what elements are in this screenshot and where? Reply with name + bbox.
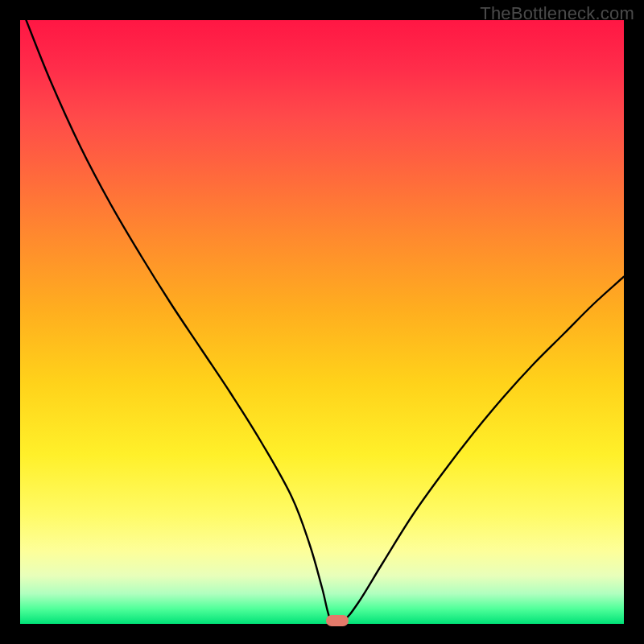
bottleneck-curve xyxy=(20,20,624,624)
chart-frame: TheBottleneck.com xyxy=(0,0,644,644)
plot-area xyxy=(20,20,624,624)
curve-path xyxy=(27,20,625,624)
optimal-point-marker xyxy=(326,615,349,626)
